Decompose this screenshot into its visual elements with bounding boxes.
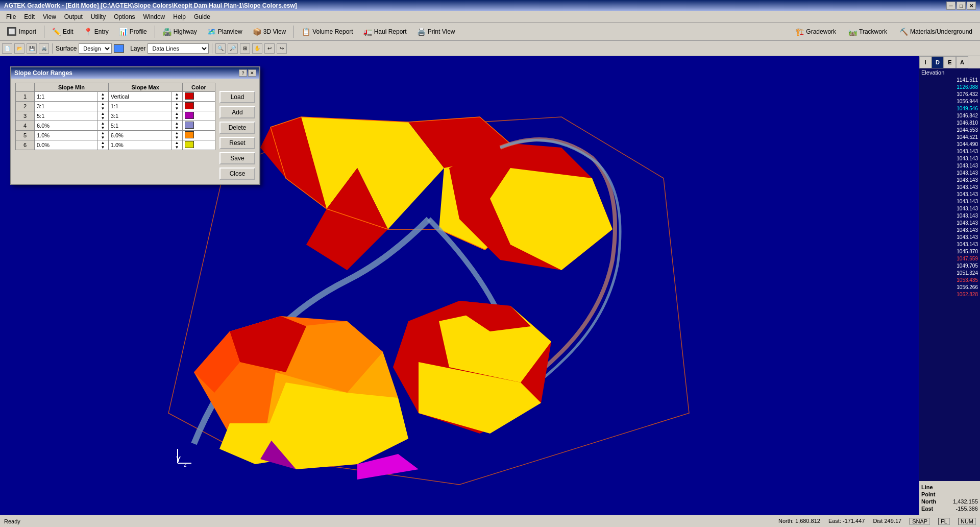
viewport[interactable]: Y 2 Slope Color Ranges ? ✕ <box>0 56 919 515</box>
slope-min-spinner[interactable]: ▲▼ <box>97 140 109 150</box>
slope-min-value[interactable]: 5:1 <box>34 111 97 121</box>
menu-view[interactable]: View <box>39 12 60 21</box>
edit-button[interactable]: ✏️ Edit <box>47 25 78 39</box>
minimize-button[interactable]: ─ <box>946 2 955 10</box>
color-swatch-cell[interactable] <box>182 121 215 131</box>
open-btn[interactable]: 📂 <box>14 43 24 54</box>
import-button[interactable]: 🔲 Import <box>2 25 41 39</box>
haul-report-button[interactable]: 🚛 Haul Report <box>359 25 411 39</box>
close-button[interactable]: ✕ <box>967 2 976 10</box>
redo-btn[interactable]: ↪ <box>277 43 287 54</box>
slope-min-value[interactable]: 3:1 <box>34 102 97 111</box>
entry-button[interactable]: 📍 Entry <box>79 25 113 39</box>
slope-max-spinner[interactable]: ▲▼ <box>172 111 183 121</box>
menu-options[interactable]: Options <box>110 12 139 21</box>
close-button[interactable]: Close <box>219 167 255 180</box>
slope-max-value[interactable]: 1:1 <box>108 102 171 111</box>
slope-max-spinner[interactable]: ▲▼ <box>172 131 183 140</box>
elevation-value: 1053.435 <box>919 277 980 284</box>
menu-file[interactable]: File <box>2 12 20 21</box>
slope-min-spinner[interactable]: ▲▼ <box>97 121 109 131</box>
color-swatch-cell[interactable] <box>182 111 215 121</box>
slope-max-spinner[interactable]: ▲▼ <box>172 102 183 111</box>
color-swatch-cell[interactable] <box>182 140 215 150</box>
svg-text:Y: Y <box>176 455 181 463</box>
elevation-value: 1043.143 <box>919 205 980 212</box>
menu-utility[interactable]: Utility <box>87 12 110 21</box>
delete-button[interactable]: Delete <box>219 122 255 134</box>
tab-e[interactable]: E <box>944 56 956 68</box>
zoom-in-btn[interactable]: 🔍 <box>215 43 226 54</box>
new-btn[interactable]: 📄 <box>2 43 12 54</box>
status-num[interactable]: NUM <box>958 518 976 525</box>
slope-max-value[interactable]: 3:1 <box>108 111 171 121</box>
3dview-button[interactable]: 📦 3D View <box>248 25 290 39</box>
slope-min-value[interactable]: 0.0% <box>34 140 97 150</box>
reset-button[interactable]: Reset <box>219 137 255 149</box>
elevation-value: 1043.143 <box>919 234 980 241</box>
surface-dropdown[interactable]: Design <box>79 43 112 54</box>
menu-edit[interactable]: Edit <box>20 12 39 21</box>
print-btn[interactable]: 🖨️ <box>39 43 49 54</box>
import-icon: 🔲 <box>7 27 17 36</box>
menu-window[interactable]: Window <box>139 12 169 21</box>
elevation-value: 1043.143 <box>919 155 980 162</box>
print-view-button[interactable]: 🖨️ Print View <box>412 25 460 39</box>
menu-guide[interactable]: Guide <box>190 12 214 21</box>
dialog-help-button[interactable]: ? <box>239 69 247 77</box>
slope-min-spinner[interactable]: ▲▼ <box>97 111 109 121</box>
slope-min-value[interactable]: 1:1 <box>34 92 97 102</box>
slope-min-spinner[interactable]: ▲▼ <box>97 131 109 140</box>
slope-max-value[interactable]: Vertical <box>108 92 171 102</box>
status-fl[interactable]: FL <box>938 518 950 525</box>
menu-output[interactable]: Output <box>60 12 87 21</box>
slope-max-spinner[interactable]: ▲▼ <box>172 92 183 102</box>
add-button[interactable]: Add <box>219 106 255 118</box>
status-snap[interactable]: SNAP <box>910 518 930 525</box>
slope-min-spinner[interactable]: ▲▼ <box>97 102 109 111</box>
toolbar1-right: 🏗️ Gradework 🛤️ Trackwork ⛏️ Materials/U… <box>790 25 978 39</box>
dialog-close-title-button[interactable]: ✕ <box>248 69 256 77</box>
color-swatch-cell[interactable] <box>182 131 215 140</box>
tab-i[interactable]: I <box>919 56 932 68</box>
dialog-buttons-panel: Load Add Delete Reset Save Close <box>219 83 255 180</box>
highway-button[interactable]: 🛣️ Highway <box>158 25 202 39</box>
slope-min-spinner[interactable]: ▲▼ <box>97 92 109 102</box>
table-row: 1 1:1 ▲▼ Vertical ▲▼ <box>16 92 215 102</box>
slope-max-spinner[interactable]: ▲▼ <box>172 140 183 150</box>
trackwork-button[interactable]: 🛤️ Trackwork <box>843 25 893 39</box>
planview-button[interactable]: 🗺️ Planview <box>203 25 247 39</box>
volume-report-button[interactable]: 📋 Volume Report <box>297 25 357 39</box>
slope-max-value[interactable]: 1.0% <box>108 140 171 150</box>
color-swatch-cell[interactable] <box>182 92 215 102</box>
profile-button[interactable]: 📊 Profile <box>114 25 152 39</box>
menu-help[interactable]: Help <box>169 12 190 21</box>
load-button[interactable]: Load <box>219 91 255 103</box>
haul-icon: 🚛 <box>363 28 372 36</box>
tab-d[interactable]: D <box>932 56 944 68</box>
layer-dropdown[interactable]: Data Lines <box>148 43 209 54</box>
materials-button[interactable]: ⛏️ Materials/Underground <box>894 25 978 39</box>
tab-a[interactable]: A <box>956 56 968 68</box>
color-swatch-cell[interactable] <box>182 102 215 111</box>
dialog-content: Slope Min Slope Max Color 1 1:1 ▲▼ Verti… <box>11 79 259 184</box>
col-slope-min: Slope Min <box>34 83 108 92</box>
elevation-value: 1043.143 <box>919 227 980 234</box>
elevation-value: 1043.143 <box>919 241 980 248</box>
undo-btn[interactable]: ↩ <box>264 43 275 54</box>
gradework-icon: 🏗️ <box>795 28 804 36</box>
slope-min-value[interactable]: 1.0% <box>34 131 97 140</box>
restore-button[interactable]: □ <box>957 2 966 10</box>
slope-max-value[interactable]: 6.0% <box>108 131 171 140</box>
slope-max-value[interactable]: 5:1 <box>108 121 171 131</box>
elevation-value: 1043.143 <box>919 177 980 184</box>
save-btn[interactable]: 💾 <box>27 43 37 54</box>
pan-btn[interactable]: ✋ <box>252 43 262 54</box>
gradework-button[interactable]: 🏗️ Gradework <box>790 25 842 39</box>
save-button[interactable]: Save <box>219 152 255 164</box>
zoom-out-btn[interactable]: 🔎 <box>228 43 238 54</box>
slope-max-spinner[interactable]: ▲▼ <box>172 121 183 131</box>
elevation-value: 1062.828 <box>919 291 980 298</box>
slope-min-value[interactable]: 6.0% <box>34 121 97 131</box>
zoom-fit-btn[interactable]: ⊞ <box>240 43 250 54</box>
